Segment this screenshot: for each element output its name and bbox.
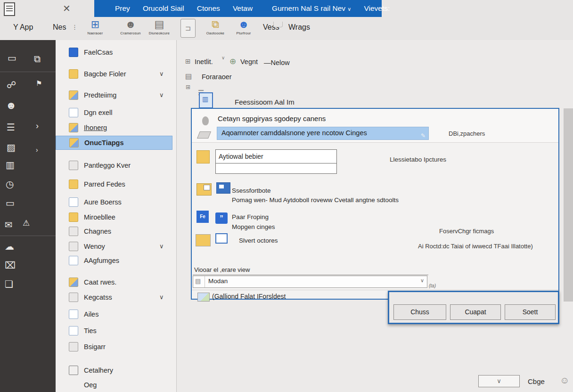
menu-item-prey[interactable]: Prey	[115, 4, 130, 13]
foraraoer-label[interactable]: Foraraoer	[202, 73, 232, 81]
rows-icon: ▤	[144, 18, 174, 31]
folders-icon: ⧉	[200, 18, 230, 31]
nelow-label[interactable]: —Nelow	[264, 59, 290, 66]
menu-group2[interactable]: Gurnern Nal S rail Nev ∨	[272, 4, 351, 13]
menu-item-vetaw[interactable]: Vetaw	[233, 4, 253, 13]
ribbon-button-diuneokcure[interactable]: ▤ Diuneokcure	[144, 18, 174, 39]
sidebar-item-dgn-exell[interactable]: Dgn exell	[56, 106, 172, 120]
chevron-down-icon[interactable]: ∨	[159, 243, 164, 250]
right-note-2: Llessietabo Ipctures	[390, 156, 446, 163]
wrags-label[interactable]: Wrags	[288, 23, 310, 32]
highlighted-option[interactable]: Aqoamnoter camddalsnone yere ncotow Cing…	[217, 127, 429, 140]
option-text-input[interactable]	[215, 149, 337, 163]
nes-label[interactable]: Nes	[53, 23, 66, 32]
grid-icon: ⊞	[80, 18, 110, 31]
side-note: (ta)	[429, 283, 436, 288]
dots-icon: ⋮	[72, 24, 78, 31]
ribbon-framed-button[interactable]: ⊐	[180, 19, 196, 38]
app-menu-label[interactable]: Y App	[13, 23, 33, 32]
install-icon: ⊞	[185, 57, 191, 65]
sidebar-item-parred-fedes[interactable]: Parred Fedes	[56, 178, 172, 192]
set-button[interactable]: Soett	[505, 304, 556, 320]
list-icon[interactable]: ☰	[7, 122, 15, 132]
link-person-icon[interactable]: ☍	[7, 80, 16, 90]
image-icon[interactable]: ▨	[7, 143, 16, 152]
sidebar-item-ihonerg[interactable]: Ihonerg	[56, 121, 172, 135]
dropdown-arrow-icon[interactable]: ∨	[420, 278, 424, 284]
install-label[interactable]: Inetlit.	[195, 58, 213, 65]
cbge-label: Cbge	[528, 377, 545, 385]
mail-icon[interactable]: ✉	[5, 220, 13, 229]
people-icon[interactable]: ☻	[6, 100, 16, 111]
menu-item-orucold-siail[interactable]: Orucold Siail	[143, 4, 184, 13]
menubar: Prey Orucold Siail Ctones Vetaw Gurnern …	[94, 0, 382, 17]
chevron-right-icon[interactable]: ›	[36, 122, 39, 130]
close-icon[interactable]: ✕	[63, 3, 71, 14]
flag-icon[interactable]: ⚑	[36, 80, 42, 87]
close-button[interactable]: Chuss	[393, 304, 446, 320]
person-circle-icon	[69, 366, 78, 375]
sidebar-item-pantleggo-kver[interactable]: Pantleggo Kver	[56, 159, 172, 173]
sidebar-item-cetalhery[interactable]: Cetalhery	[56, 364, 172, 378]
bracket-icon: ⊐	[185, 24, 191, 32]
window-document-icon	[4, 2, 15, 16]
table-icon	[69, 256, 78, 265]
sidebar-item-predteiimg[interactable]: Predteiimg ∨	[56, 89, 172, 103]
window-icon	[69, 242, 78, 251]
sidebar-item-chagnes[interactable]: Chagnes	[56, 225, 172, 239]
folder-star-icon	[69, 123, 78, 132]
ribbon-button-cramerosun[interactable]: ☻ Cramerosun	[115, 18, 146, 39]
envelope-icon	[69, 227, 78, 236]
document-icon[interactable]: ▭	[8, 53, 16, 63]
sidebar-item-kegcatss[interactable]: Kegcatss ∨	[56, 291, 172, 305]
cancel-button[interactable]: Cuapat	[450, 304, 501, 320]
section-divider	[193, 275, 428, 275]
chevron-down-icon[interactable]: ∨	[159, 91, 164, 98]
people-icon: ☻	[229, 18, 259, 31]
option-text-input-secondary[interactable]	[215, 163, 337, 174]
chat-blue-icon: ”	[215, 212, 228, 224]
menu-item-ctones[interactable]: Ctones	[197, 4, 220, 13]
sidebar-item-faelcsas[interactable]: FaelCsas	[56, 46, 172, 60]
right-note-3: FoservChgr ficmags	[439, 228, 494, 235]
ribbon-button-oaotoooke[interactable]: ⧉ Oaotoooke	[200, 18, 230, 39]
chat-icon[interactable]: ❏	[5, 279, 13, 289]
filter-arrow-icon: ∨	[497, 377, 501, 384]
globe-icon: ⊕	[229, 57, 236, 66]
chevron-down-icon[interactable]: ∨	[159, 70, 164, 77]
sidebar-item-ties[interactable]: Ties	[56, 324, 172, 338]
folder-option-icon	[196, 150, 210, 163]
sidebar-item-oeg[interactable]: Oeg	[56, 378, 172, 392]
freeroom-label: Feessisoom Aal Im	[235, 98, 295, 106]
sidebar-item-wenoy[interactable]: Wenoy ∨	[56, 240, 172, 254]
cloud-icon[interactable]: ☁	[5, 242, 14, 251]
sidebar-item-onuctiapgs-selected[interactable]: OnucTiapgs	[56, 136, 172, 150]
card-icon	[69, 161, 78, 170]
folder-pane-icon[interactable]: ⧉	[34, 54, 41, 64]
sidebar-item-bsigarr[interactable]: Bsigarr	[56, 340, 172, 354]
folders-icon	[69, 180, 78, 189]
sidebar-item-ailes[interactable]: Ailes	[56, 308, 172, 322]
vegnt-label[interactable]: Vegnt	[240, 58, 258, 65]
sidebar-item-aagfumges[interactable]: AAgfumges	[56, 254, 172, 268]
clock-icon[interactable]: ◷	[6, 180, 14, 189]
sidebar-item-bagcbe-fioler[interactable]: Bagcbe Fioler ∨	[56, 67, 172, 82]
folder-icon	[69, 212, 78, 222]
table-icon[interactable]: ▥	[6, 160, 15, 170]
card-icon[interactable]: ▭	[6, 198, 15, 208]
sidebar-item-aure-boerss[interactable]: Aure Boerss	[56, 196, 172, 210]
view-combo[interactable]: ▤ Modan ∨	[193, 276, 427, 288]
trash-icon[interactable]: ⌧	[5, 261, 16, 270]
scrollbar-strip[interactable]	[564, 108, 573, 302]
chevron-right-small-icon[interactable]: ›	[36, 147, 38, 153]
ribbon-button-pturfrour[interactable]: ☻ Pturfrour	[229, 18, 259, 39]
viewers-label[interactable]: Vievets:	[364, 4, 390, 13]
bell-icon	[202, 116, 209, 125]
sidebar-item-miroebllee[interactable]: Miroebllee	[56, 211, 172, 225]
sidebar-item-caat-rwes[interactable]: Caat rwes.	[56, 276, 172, 290]
chevron-down-icon[interactable]: ∨	[221, 55, 225, 60]
status-dropdown[interactable]: ∨	[478, 375, 520, 387]
cloud-icon	[69, 278, 78, 287]
chevron-down-icon[interactable]: ∨	[159, 294, 164, 301]
ribbon-button-naeraoer[interactable]: ⊞ Naeraoer	[80, 18, 110, 39]
